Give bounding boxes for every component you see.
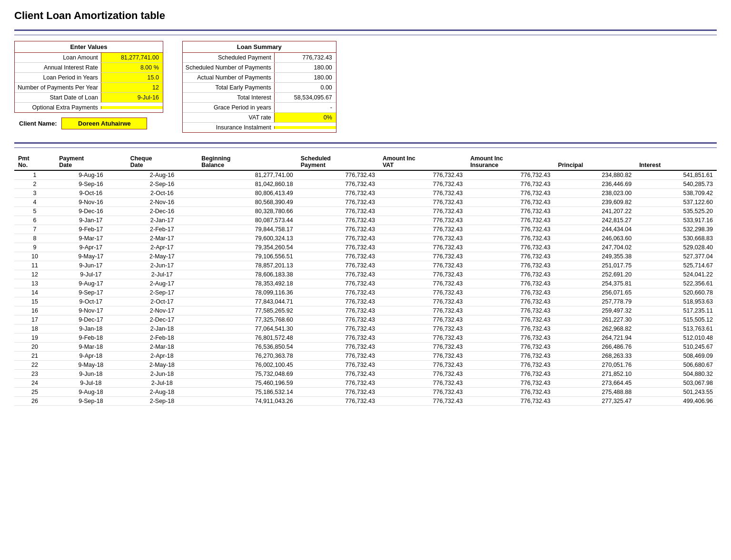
table-cell-25-8: 499,406.96 xyxy=(635,397,717,406)
enter-values-row-5: Optional Extra Payments xyxy=(15,103,163,112)
table-cell-24-7: 275,488.88 xyxy=(554,388,635,397)
loan-summary-row-2: Actual Number of Payments 180.00 xyxy=(183,73,336,83)
table-cell-3-2: 2-Nov-16 xyxy=(127,198,198,207)
table-cell-21-0: 22 xyxy=(14,361,55,370)
table-cell-6-0: 7 xyxy=(14,225,55,234)
table-cell-5-0: 6 xyxy=(14,216,55,225)
table-cell-15-2: 2-Nov-17 xyxy=(127,306,198,315)
table-cell-15-5: 776,732.43 xyxy=(379,306,466,315)
table-cell-22-6: 776,732.43 xyxy=(466,370,554,379)
table-cell-18-5: 776,732.43 xyxy=(379,334,466,343)
table-cell-20-1: 9-Apr-18 xyxy=(55,352,127,361)
table-cell-11-4: 776,732.43 xyxy=(297,270,379,279)
table-cell-13-0: 14 xyxy=(14,288,55,297)
table-row: 129-Jul-172-Jul-1778,606,183.38776,732.4… xyxy=(14,270,717,279)
table-cell-12-0: 13 xyxy=(14,279,55,288)
col-header-1: PaymentDate xyxy=(55,154,127,170)
table-cell-10-4: 776,732.43 xyxy=(297,261,379,270)
table-cell-23-0: 24 xyxy=(14,379,55,388)
table-cell-9-5: 776,732.43 xyxy=(379,252,466,261)
table-cell-20-2: 2-Apr-18 xyxy=(127,352,198,361)
table-cell-14-1: 9-Oct-17 xyxy=(55,297,127,306)
table-cell-19-5: 776,732.43 xyxy=(379,343,466,352)
table-cell-15-4: 776,732.43 xyxy=(297,306,379,315)
enter-values-label-3: Number of Payments Per Year xyxy=(15,83,101,92)
table-cell-4-7: 241,207.22 xyxy=(554,207,635,216)
table-cell-21-7: 270,051.76 xyxy=(554,361,635,370)
table-cell-1-2: 2-Sep-16 xyxy=(127,180,198,189)
table-cell-16-5: 776,732.43 xyxy=(379,315,466,324)
table-row: 79-Feb-172-Feb-1779,844,758.17776,732.43… xyxy=(14,225,717,234)
table-cell-2-5: 776,732.43 xyxy=(379,189,466,198)
loan-summary-value-4: 58,534,095.67 xyxy=(274,93,336,102)
table-cell-3-6: 776,732.43 xyxy=(466,198,554,207)
table-cell-8-5: 776,732.43 xyxy=(379,243,466,252)
table-cell-7-0: 8 xyxy=(14,234,55,243)
table-cell-22-2: 2-Jun-18 xyxy=(127,370,198,379)
table-cell-21-1: 9-May-18 xyxy=(55,361,127,370)
table-cell-17-7: 262,968.82 xyxy=(554,324,635,334)
table-cell-3-0: 4 xyxy=(14,198,55,207)
table-cell-16-0: 17 xyxy=(14,315,55,324)
top-divider2 xyxy=(14,35,717,35)
col-header-6: Amount IncInsurance xyxy=(466,154,554,170)
table-cell-14-0: 15 xyxy=(14,297,55,306)
table-cell-24-5: 776,732.43 xyxy=(379,388,466,397)
enter-values-value-4: 9-Jul-16 xyxy=(101,93,163,102)
table-cell-5-3: 80,087,573.44 xyxy=(198,216,297,225)
table-cell-17-5: 776,732.43 xyxy=(379,324,466,334)
table-cell-0-5: 776,732.43 xyxy=(379,170,466,180)
table-row: 179-Dec-172-Dec-1777,325,768.60776,732.4… xyxy=(14,315,717,324)
table-cell-23-7: 273,664.45 xyxy=(554,379,635,388)
table-cell-1-5: 776,732.43 xyxy=(379,180,466,189)
table-cell-13-2: 2-Sep-17 xyxy=(127,288,198,297)
table-cell-16-1: 9-Dec-17 xyxy=(55,315,127,324)
table-cell-14-4: 776,732.43 xyxy=(297,297,379,306)
table-cell-2-4: 776,732.43 xyxy=(297,189,379,198)
client-name: Doreen Atuhairwe xyxy=(61,118,147,129)
table-cell-24-2: 2-Aug-18 xyxy=(127,388,198,397)
table-cell-5-2: 2-Jan-17 xyxy=(127,216,198,225)
table-cell-11-3: 78,606,183.38 xyxy=(198,270,297,279)
table-row: 89-Mar-172-Mar-1779,600,324.13776,732.43… xyxy=(14,234,717,243)
loan-summary-label-2: Actual Number of Payments xyxy=(183,73,274,82)
table-row: 39-Oct-162-Oct-1680,806,413.49776,732.43… xyxy=(14,189,717,198)
table-cell-2-1: 9-Oct-16 xyxy=(55,189,127,198)
table-cell-23-3: 75,460,196.59 xyxy=(198,379,297,388)
table-cell-15-3: 77,585,265.92 xyxy=(198,306,297,315)
table-cell-19-0: 20 xyxy=(14,343,55,352)
table-row: 59-Dec-162-Dec-1680,328,780.66776,732.43… xyxy=(14,207,717,216)
table-cell-1-0: 2 xyxy=(14,180,55,189)
table-row: 269-Sep-182-Sep-1874,911,043.26776,732.4… xyxy=(14,397,717,406)
table-cell-9-2: 2-May-17 xyxy=(127,252,198,261)
loan-summary-row-6: VAT rate 0% xyxy=(183,113,336,123)
loan-summary-value-1: 180.00 xyxy=(274,63,336,72)
enter-values-label-4: Start Date of Loan xyxy=(15,93,101,102)
table-cell-15-6: 776,732.43 xyxy=(466,306,554,315)
table-cell-20-3: 76,270,363.78 xyxy=(198,352,297,361)
table-cell-16-4: 776,732.43 xyxy=(297,315,379,324)
table-row: 239-Jun-182-Jun-1875,732,048.69776,732.4… xyxy=(14,370,717,379)
table-cell-24-4: 776,732.43 xyxy=(297,388,379,397)
table-cell-3-5: 776,732.43 xyxy=(379,198,466,207)
enter-values-value-2: 15.0 xyxy=(101,73,163,82)
table-cell-21-6: 776,732.43 xyxy=(466,361,554,370)
enter-values-rows: Loan Amount 81,277,741.00 Annual Interes… xyxy=(15,53,163,112)
table-cell-9-4: 776,732.43 xyxy=(297,252,379,261)
table-cell-12-7: 254,375.81 xyxy=(554,279,635,288)
table-cell-7-1: 9-Mar-17 xyxy=(55,234,127,243)
table-cell-9-6: 776,732.43 xyxy=(466,252,554,261)
table-cell-7-2: 2-Mar-17 xyxy=(127,234,198,243)
table-row: 169-Nov-172-Nov-1777,585,265.92776,732.4… xyxy=(14,306,717,315)
table-cell-25-3: 74,911,043.26 xyxy=(198,397,297,406)
table-cell-10-5: 776,732.43 xyxy=(379,261,466,270)
table-cell-10-8: 525,714.67 xyxy=(635,261,717,270)
table-cell-25-1: 9-Sep-18 xyxy=(55,397,127,406)
table-cell-4-3: 80,328,780.66 xyxy=(198,207,297,216)
table-cell-10-1: 9-Jun-17 xyxy=(55,261,127,270)
mid-divider xyxy=(14,142,717,144)
table-cell-18-1: 9-Feb-18 xyxy=(55,334,127,343)
table-cell-1-6: 776,732.43 xyxy=(466,180,554,189)
table-cell-18-8: 512,010.48 xyxy=(635,334,717,343)
table-cell-25-6: 776,732.43 xyxy=(466,397,554,406)
